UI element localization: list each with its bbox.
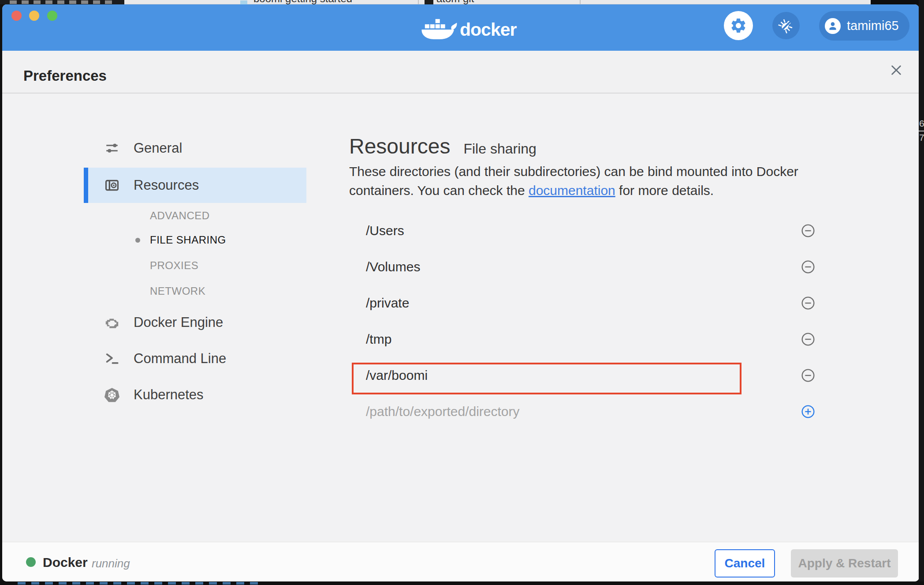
browser-favicon-1 — [240, 0, 247, 4]
apply-restart-button[interactable]: Apply & Restart — [791, 549, 898, 578]
engine-icon — [104, 314, 120, 331]
footer-app-name: Docker — [43, 555, 88, 570]
background-divider — [919, 131, 924, 131]
path-row-highlighted[interactable]: /var/boomi — [348, 357, 823, 394]
footer-bar: Docker running Cancel Apply & Restart — [2, 542, 919, 581]
path-row[interactable]: /tmp — [348, 321, 823, 357]
path-row[interactable]: /private — [348, 285, 823, 321]
sidebar-item-label: General — [134, 140, 182, 156]
avatar — [825, 18, 841, 34]
background-line-number: 61 — [919, 118, 924, 129]
background-dark-corner — [871, 0, 924, 4]
traffic-light-close-button[interactable] — [11, 11, 22, 21]
background-line-number: 72 — [919, 132, 924, 143]
section-subtitle: File sharing — [463, 141, 536, 157]
account-button[interactable]: tamimi65 — [819, 11, 909, 41]
remove-path-button[interactable] — [801, 296, 815, 310]
username: tamimi65 — [847, 19, 899, 33]
browser-favicon-2 — [425, 0, 433, 4]
troubleshoot-button[interactable] — [772, 12, 800, 39]
sidebar-item-label: PROXIES — [150, 259, 198, 272]
sidebar-item-label: FILE SHARING — [150, 234, 226, 246]
path-value: /private — [366, 285, 409, 321]
path-value: /tmp — [366, 321, 391, 357]
sidebar-item-label: Kubernetes — [134, 387, 204, 403]
bug-icon — [778, 17, 794, 34]
sidebar-item-label: Docker Engine — [134, 315, 223, 330]
active-bullet-icon — [135, 238, 140, 243]
remove-path-button[interactable] — [801, 224, 815, 238]
path-row[interactable]: /Users — [348, 213, 823, 249]
tab-separator — [418, 0, 419, 4]
description-line2-before: containers. You can check the — [349, 183, 529, 198]
sidebar-item-general[interactable]: General — [84, 132, 306, 164]
traffic-light-zoom-button[interactable] — [47, 11, 57, 21]
path-value: /Volumes — [366, 249, 420, 285]
remove-path-button[interactable] — [801, 260, 815, 274]
description-line1: These directories (and their subdirector… — [349, 164, 798, 179]
status-text: running — [92, 557, 130, 570]
browser-tabstrip-sliver: boomi getting started atom git — [124, 0, 871, 4]
background-terminal-text — [10, 0, 116, 4]
documentation-link[interactable]: documentation — [529, 183, 615, 198]
sidebar-item-command-line[interactable]: Command Line — [84, 343, 306, 375]
sidebar-item-label: Command Line — [134, 351, 226, 367]
docker-preferences-window: docker — [2, 4, 919, 581]
page-title: Preferences — [23, 68, 107, 84]
terminal-icon — [104, 350, 120, 367]
selected-indicator — [84, 168, 88, 203]
sidebar-item-label: NETWORK — [150, 285, 205, 297]
gear-icon — [730, 17, 747, 34]
kubernetes-icon — [104, 386, 120, 403]
add-path-row[interactable]: /path/to/exported/directory — [348, 394, 823, 430]
background-terminal-tab-sliver — [0, 0, 124, 4]
browser-tab-1[interactable]: boomi getting started — [253, 0, 352, 4]
sidebar-subitem-file-sharing[interactable]: FILE SHARING — [84, 229, 306, 251]
content-heading: Resources File sharing — [349, 134, 537, 158]
preferences-titlebar: Preferences — [2, 51, 919, 94]
section-title: Resources — [349, 134, 450, 158]
background-right-sliver: 61 72 — [919, 0, 924, 585]
remove-path-button[interactable] — [801, 368, 815, 382]
close-button[interactable] — [888, 62, 904, 78]
sidebar-subitem-proxies[interactable]: PROXIES — [84, 255, 306, 277]
sidebar-item-label: Resources — [134, 177, 199, 193]
docker-wordmark: docker — [460, 19, 516, 40]
background-terminal-text — [18, 582, 258, 585]
path-value: /Users — [366, 213, 404, 249]
path-value: /var/boomi — [366, 357, 428, 394]
app-header: docker — [2, 4, 919, 51]
remove-path-button[interactable] — [801, 332, 815, 346]
sidebar-item-resources[interactable]: Resources — [84, 168, 306, 203]
background-top-sliver: boomi getting started atom git — [0, 0, 924, 4]
sidebar-subitem-network[interactable]: NETWORK — [84, 280, 306, 302]
traffic-light-minimize-button[interactable] — [29, 11, 39, 21]
tab-separator — [580, 0, 581, 4]
sidebar-subitem-advanced[interactable]: ADVANCED — [84, 205, 306, 227]
settings-button[interactable] — [724, 11, 753, 40]
close-icon — [890, 64, 902, 76]
sidebar-item-docker-engine[interactable]: Docker Engine — [84, 307, 306, 338]
docker-logo: docker — [419, 14, 516, 45]
resources-icon — [104, 177, 120, 194]
person-icon — [827, 20, 838, 32]
docker-whale-icon — [419, 15, 458, 44]
cancel-button[interactable]: Cancel — [715, 549, 775, 578]
browser-tab-2[interactable]: atom git — [436, 0, 474, 4]
description-line2-after: for more details. — [615, 183, 714, 198]
sliders-icon — [104, 140, 120, 157]
preferences-sidebar: General Resources ADVANCED FILE SHARING … — [84, 94, 306, 491]
path-row[interactable]: /Volumes — [348, 249, 823, 285]
description: These directories (and their subdirector… — [349, 162, 798, 200]
new-path-placeholder: /path/to/exported/directory — [366, 394, 520, 430]
add-path-button[interactable] — [801, 405, 815, 419]
background-bottom-sliver — [0, 581, 924, 585]
sidebar-item-kubernetes[interactable]: Kubernetes — [84, 379, 306, 411]
sidebar-item-label: ADVANCED — [150, 210, 210, 222]
status-dot-icon — [26, 557, 36, 567]
